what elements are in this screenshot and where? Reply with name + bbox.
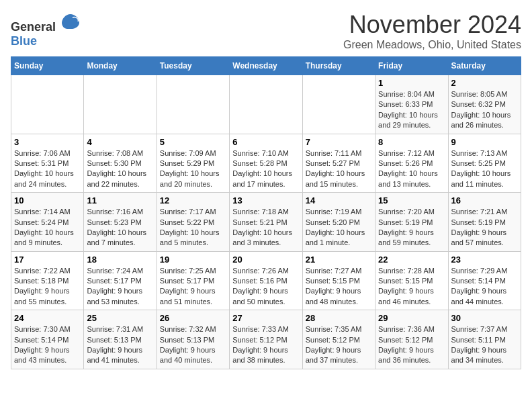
calendar-cell: 28Sunrise: 7:35 AM Sunset: 5:12 PM Dayli… bbox=[302, 310, 375, 369]
logo: General Blue bbox=[11, 11, 81, 48]
day-number: 22 bbox=[378, 255, 445, 265]
calendar-week-5: 24Sunrise: 7:30 AM Sunset: 5:14 PM Dayli… bbox=[11, 310, 521, 369]
day-number: 28 bbox=[306, 313, 372, 323]
calendar-cell: 21Sunrise: 7:27 AM Sunset: 5:15 PM Dayli… bbox=[302, 251, 375, 310]
day-number: 16 bbox=[451, 195, 518, 205]
calendar-cell: 12Sunrise: 7:17 AM Sunset: 5:22 PM Dayli… bbox=[157, 193, 229, 252]
weekday-header-saturday: Saturday bbox=[448, 57, 521, 75]
weekday-row: SundayMondayTuesdayWednesdayThursdayFrid… bbox=[11, 57, 521, 75]
day-info: Sunrise: 7:17 AM Sunset: 5:22 PM Dayligh… bbox=[160, 207, 226, 248]
day-info: Sunrise: 7:27 AM Sunset: 5:15 PM Dayligh… bbox=[306, 266, 372, 308]
day-number: 17 bbox=[14, 255, 81, 265]
day-number: 9 bbox=[451, 137, 518, 147]
calendar-cell: 23Sunrise: 7:29 AM Sunset: 5:14 PM Dayli… bbox=[448, 251, 521, 310]
day-number: 4 bbox=[87, 137, 153, 147]
calendar-cell: 22Sunrise: 7:28 AM Sunset: 5:15 PM Dayli… bbox=[375, 251, 448, 310]
calendar-cell: 24Sunrise: 7:30 AM Sunset: 5:14 PM Dayli… bbox=[11, 310, 84, 369]
logo-text: General bbox=[11, 11, 81, 34]
day-number: 23 bbox=[451, 255, 518, 265]
day-number: 29 bbox=[378, 313, 445, 323]
calendar-cell bbox=[302, 75, 375, 134]
weekday-header-friday: Friday bbox=[375, 57, 448, 75]
day-info: Sunrise: 7:06 AM Sunset: 5:31 PM Dayligh… bbox=[14, 148, 81, 190]
calendar-week-3: 10Sunrise: 7:14 AM Sunset: 5:24 PM Dayli… bbox=[11, 193, 521, 252]
calendar-table: SundayMondayTuesdayWednesdayThursdayFrid… bbox=[11, 56, 521, 369]
day-info: Sunrise: 7:13 AM Sunset: 5:25 PM Dayligh… bbox=[451, 148, 518, 190]
calendar-cell: 20Sunrise: 7:26 AM Sunset: 5:16 PM Dayli… bbox=[230, 251, 302, 310]
calendar-cell: 14Sunrise: 7:19 AM Sunset: 5:20 PM Dayli… bbox=[302, 193, 375, 252]
day-info: Sunrise: 7:28 AM Sunset: 5:15 PM Dayligh… bbox=[378, 266, 445, 308]
calendar-cell: 19Sunrise: 7:25 AM Sunset: 5:17 PM Dayli… bbox=[157, 251, 229, 310]
calendar-cell: 17Sunrise: 7:22 AM Sunset: 5:18 PM Dayli… bbox=[11, 251, 84, 310]
day-number: 3 bbox=[14, 137, 81, 147]
day-number: 15 bbox=[378, 195, 445, 205]
calendar-cell: 18Sunrise: 7:24 AM Sunset: 5:17 PM Dayli… bbox=[84, 251, 157, 310]
day-info: Sunrise: 7:21 AM Sunset: 5:19 PM Dayligh… bbox=[451, 207, 518, 248]
logo-blue: Blue bbox=[11, 34, 81, 48]
day-number: 8 bbox=[378, 137, 445, 147]
day-number: 20 bbox=[232, 255, 299, 265]
weekday-header-thursday: Thursday bbox=[302, 57, 375, 75]
calendar-cell bbox=[84, 75, 157, 134]
calendar-cell: 10Sunrise: 7:14 AM Sunset: 5:24 PM Dayli… bbox=[11, 193, 84, 252]
page-header: General Blue November 2024 Green Meadows… bbox=[11, 11, 521, 51]
day-info: Sunrise: 7:25 AM Sunset: 5:17 PM Dayligh… bbox=[160, 266, 226, 308]
calendar-cell: 27Sunrise: 7:33 AM Sunset: 5:12 PM Dayli… bbox=[230, 310, 302, 369]
calendar-cell: 1Sunrise: 8:04 AM Sunset: 6:33 PM Daylig… bbox=[375, 75, 448, 134]
calendar-cell: 3Sunrise: 7:06 AM Sunset: 5:31 PM Daylig… bbox=[11, 134, 84, 193]
day-number: 11 bbox=[87, 195, 153, 205]
day-number: 12 bbox=[160, 195, 226, 205]
calendar-cell: 8Sunrise: 7:12 AM Sunset: 5:26 PM Daylig… bbox=[375, 134, 448, 193]
day-number: 13 bbox=[232, 195, 299, 205]
day-info: Sunrise: 7:08 AM Sunset: 5:30 PM Dayligh… bbox=[87, 148, 153, 190]
weekday-header-tuesday: Tuesday bbox=[157, 57, 229, 75]
day-info: Sunrise: 7:20 AM Sunset: 5:19 PM Dayligh… bbox=[378, 207, 445, 248]
day-info: Sunrise: 7:09 AM Sunset: 5:29 PM Dayligh… bbox=[160, 148, 226, 190]
calendar-cell: 5Sunrise: 7:09 AM Sunset: 5:29 PM Daylig… bbox=[157, 134, 229, 193]
calendar-cell: 6Sunrise: 7:10 AM Sunset: 5:28 PM Daylig… bbox=[230, 134, 302, 193]
day-number: 14 bbox=[306, 195, 372, 205]
day-info: Sunrise: 7:16 AM Sunset: 5:23 PM Dayligh… bbox=[87, 207, 153, 248]
day-info: Sunrise: 7:31 AM Sunset: 5:13 PM Dayligh… bbox=[87, 324, 153, 366]
calendar-week-2: 3Sunrise: 7:06 AM Sunset: 5:31 PM Daylig… bbox=[11, 134, 521, 193]
day-info: Sunrise: 7:10 AM Sunset: 5:28 PM Dayligh… bbox=[232, 148, 299, 190]
calendar-cell: 2Sunrise: 8:05 AM Sunset: 6:32 PM Daylig… bbox=[448, 75, 521, 134]
day-info: Sunrise: 7:24 AM Sunset: 5:17 PM Dayligh… bbox=[87, 266, 153, 308]
day-number: 7 bbox=[306, 137, 372, 147]
day-number: 26 bbox=[160, 313, 226, 323]
day-number: 18 bbox=[87, 255, 153, 265]
day-number: 1 bbox=[378, 78, 445, 88]
day-info: Sunrise: 7:14 AM Sunset: 5:24 PM Dayligh… bbox=[14, 207, 81, 248]
day-info: Sunrise: 7:19 AM Sunset: 5:20 PM Dayligh… bbox=[306, 207, 372, 248]
calendar-cell bbox=[11, 75, 84, 134]
weekday-header-wednesday: Wednesday bbox=[230, 57, 302, 75]
calendar-cell: 11Sunrise: 7:16 AM Sunset: 5:23 PM Dayli… bbox=[84, 193, 157, 252]
calendar-cell: 30Sunrise: 7:37 AM Sunset: 5:11 PM Dayli… bbox=[448, 310, 521, 369]
day-number: 24 bbox=[14, 313, 81, 323]
calendar-week-4: 17Sunrise: 7:22 AM Sunset: 5:18 PM Dayli… bbox=[11, 251, 521, 310]
weekday-header-sunday: Sunday bbox=[11, 57, 84, 75]
day-number: 19 bbox=[160, 255, 226, 265]
calendar-cell: 25Sunrise: 7:31 AM Sunset: 5:13 PM Dayli… bbox=[84, 310, 157, 369]
day-number: 21 bbox=[306, 255, 372, 265]
day-number: 6 bbox=[232, 137, 299, 147]
calendar-cell bbox=[157, 75, 229, 134]
logo-general: General bbox=[11, 20, 56, 34]
day-info: Sunrise: 8:05 AM Sunset: 6:32 PM Dayligh… bbox=[451, 89, 518, 131]
day-number: 30 bbox=[451, 313, 518, 323]
day-info: Sunrise: 7:35 AM Sunset: 5:12 PM Dayligh… bbox=[306, 324, 372, 366]
day-info: Sunrise: 7:30 AM Sunset: 5:14 PM Dayligh… bbox=[14, 324, 81, 366]
month-title: November 2024 bbox=[343, 11, 521, 39]
day-info: Sunrise: 7:29 AM Sunset: 5:14 PM Dayligh… bbox=[451, 266, 518, 308]
calendar-cell: 15Sunrise: 7:20 AM Sunset: 5:19 PM Dayli… bbox=[375, 193, 448, 252]
day-info: Sunrise: 7:32 AM Sunset: 5:13 PM Dayligh… bbox=[160, 324, 226, 366]
day-info: Sunrise: 8:04 AM Sunset: 6:33 PM Dayligh… bbox=[378, 89, 445, 131]
day-info: Sunrise: 7:36 AM Sunset: 5:12 PM Dayligh… bbox=[378, 324, 445, 366]
day-info: Sunrise: 7:22 AM Sunset: 5:18 PM Dayligh… bbox=[14, 266, 81, 308]
calendar-cell: 29Sunrise: 7:36 AM Sunset: 5:12 PM Dayli… bbox=[375, 310, 448, 369]
calendar-cell: 7Sunrise: 7:11 AM Sunset: 5:27 PM Daylig… bbox=[302, 134, 375, 193]
title-section: November 2024 Green Meadows, Ohio, Unite… bbox=[343, 11, 521, 51]
calendar-cell: 26Sunrise: 7:32 AM Sunset: 5:13 PM Dayli… bbox=[157, 310, 229, 369]
day-number: 2 bbox=[451, 78, 518, 88]
calendar-week-1: 1Sunrise: 8:04 AM Sunset: 6:33 PM Daylig… bbox=[11, 75, 521, 134]
